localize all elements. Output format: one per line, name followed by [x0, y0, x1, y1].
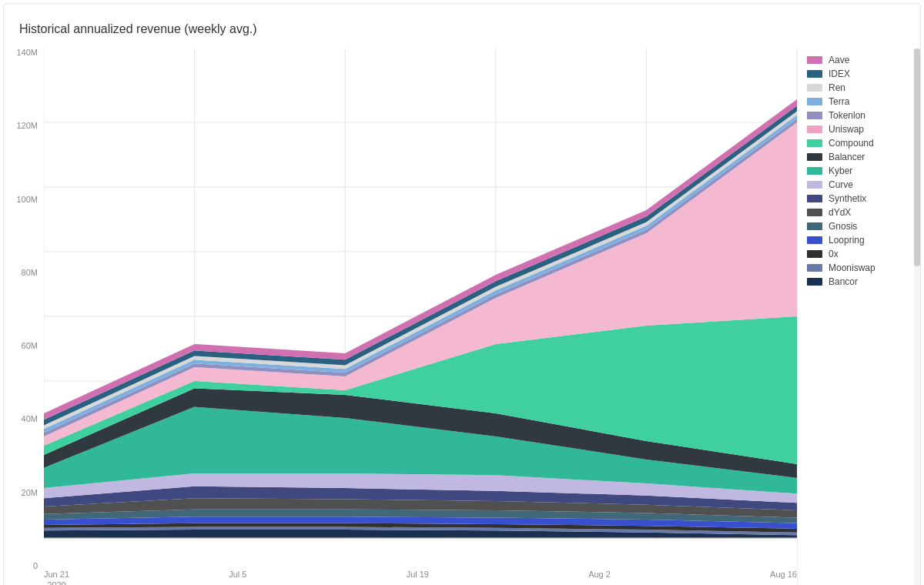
y-axis-label: 40M [22, 415, 38, 423]
legend-swatch [807, 98, 822, 105]
legend-label: Uniswap [829, 124, 864, 135]
legend-label: Gnosis [829, 221, 857, 232]
legend-label: dYdX [829, 207, 851, 218]
legend-label: Aave [829, 55, 849, 65]
x-axis-label-5: Aug 16 [770, 569, 797, 585]
legend-swatch [807, 250, 822, 258]
legend-label: 0x [829, 249, 839, 259]
legend-label: Compound [829, 138, 874, 149]
legend-swatch [807, 112, 822, 119]
legend-swatch [807, 56, 822, 64]
legend-item: Synthetix [807, 193, 911, 204]
legend-item: Mooniswap [807, 262, 911, 273]
legend-item: Curve [807, 179, 911, 190]
legend-swatch [807, 209, 822, 216]
x-axis-label-4: Aug 2 [588, 569, 611, 585]
legend-item: 0x [807, 249, 911, 259]
legend-swatch [807, 195, 822, 202]
y-axis-label: 60M [22, 342, 38, 350]
legend-item: Uniswap [807, 124, 911, 135]
legend-label: Kyber [829, 165, 852, 176]
legend-swatch [807, 167, 822, 175]
chart-title: Historical annualized revenue (weekly av… [4, 22, 920, 48]
y-axis-label: 120M [16, 122, 38, 130]
legend-label: Loopring [829, 235, 865, 246]
legend-item: Balancer [807, 152, 911, 162]
legend-item: Bancor [807, 276, 911, 287]
legend-swatch [807, 125, 822, 133]
legend-label: Ren [829, 82, 845, 93]
legend-swatch [807, 84, 822, 92]
y-axis-label: 80M [22, 269, 38, 277]
legend-item: Compound [807, 138, 911, 149]
legend-swatch [807, 181, 822, 189]
legend-label: IDEX [829, 69, 850, 79]
chart-area [44, 48, 797, 566]
legend-item: Gnosis [807, 221, 911, 232]
x-axis-label-3: Jul 19 [407, 569, 429, 585]
chart-svg [44, 48, 797, 566]
legend-swatch [807, 70, 822, 78]
y-axis: 140M120M100M80M60M40M20M0 [4, 48, 44, 585]
chart-container: Historical annualized revenue (weekly av… [3, 3, 921, 585]
scrollbar-track[interactable] [914, 48, 920, 585]
scrollbar-thumb[interactable] [914, 48, 920, 266]
legend-label: Synthetix [829, 193, 866, 204]
legend-label: Curve [829, 179, 853, 190]
chart-body: 140M120M100M80M60M40M20M0 [4, 48, 920, 585]
legend-swatch [807, 139, 822, 147]
x-axis-label-2: Jul 5 [229, 569, 246, 585]
legend-swatch [807, 153, 822, 161]
legend-item: Loopring [807, 235, 911, 246]
y-axis-label: 0 [33, 562, 38, 570]
legend-label: Mooniswap [829, 262, 875, 273]
legend-label: Balancer [829, 152, 865, 162]
chart-legend: AaveIDEXRenTerraTokenlonUniswapCompoundB… [797, 48, 920, 585]
legend-item: Tokenlon [807, 110, 911, 121]
legend-item: Ren [807, 82, 911, 93]
x-axis: Jun 21 2020 Jul 5 Jul 19 Aug 2 Aug 16 [44, 566, 797, 585]
x-axis-label-1: Jun 21 2020 [44, 569, 69, 585]
legend-label: Tokenlon [829, 110, 865, 121]
legend-swatch [807, 278, 822, 286]
legend-label: Terra [829, 96, 849, 107]
legend-item: IDEX [807, 69, 911, 79]
legend-item: Terra [807, 96, 911, 107]
y-axis-label: 20M [22, 489, 38, 497]
legend-swatch [807, 236, 822, 244]
y-axis-label: 100M [16, 196, 38, 204]
legend-item: Aave [807, 55, 911, 65]
legend-swatch [807, 222, 822, 230]
legend-item: dYdX [807, 207, 911, 218]
legend-item: Kyber [807, 165, 911, 176]
y-axis-label: 140M [16, 48, 38, 57]
legend-swatch [807, 264, 822, 272]
legend-label: Bancor [829, 276, 858, 287]
